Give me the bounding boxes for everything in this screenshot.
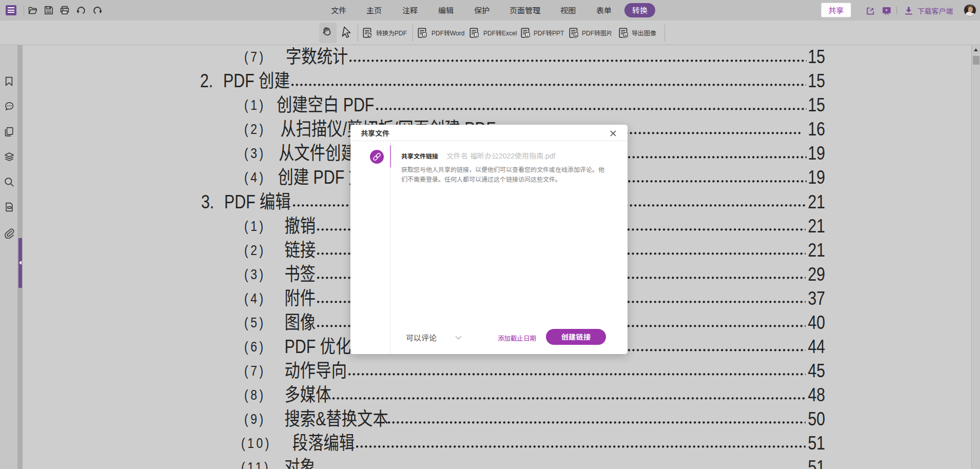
svg-text:e: e (476, 33, 477, 36)
svg-text:w: w (423, 33, 426, 36)
